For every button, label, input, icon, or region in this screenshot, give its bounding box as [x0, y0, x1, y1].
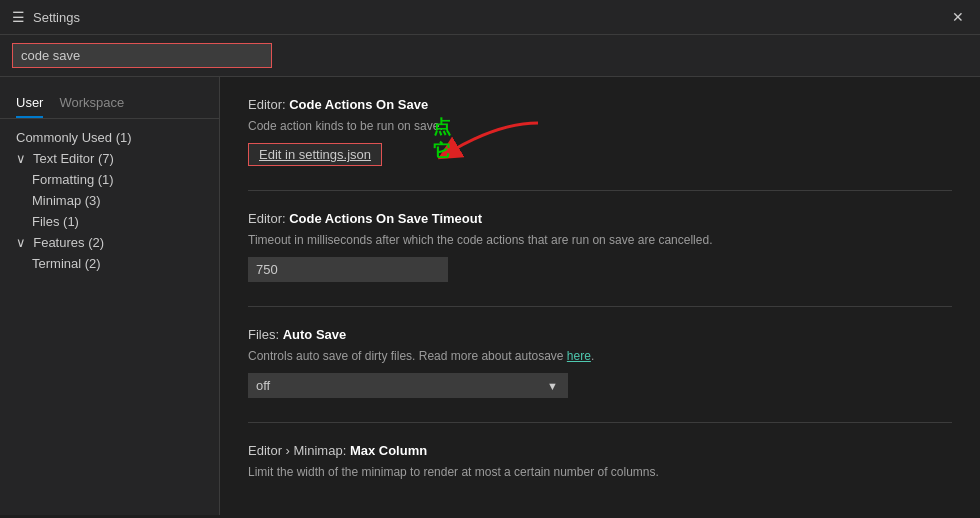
- setting-minimap-max-column: Editor › Minimap: Max Column Limit the w…: [248, 443, 952, 481]
- setting-label-prefix-2: Editor:: [248, 211, 289, 226]
- divider-1: [248, 190, 952, 191]
- setting-desc-minimap: Limit the width of the minimap to render…: [248, 463, 952, 481]
- tab-user[interactable]: User: [16, 91, 43, 118]
- sidebar-item-features[interactable]: ∨ Features (2): [0, 232, 219, 253]
- main-layout: User Workspace Commonly Used (1) ∨ Text …: [0, 77, 980, 515]
- sidebar-item-formatting[interactable]: Formatting (1): [0, 169, 219, 190]
- edit-in-settings-json-link[interactable]: Edit in settings.json: [248, 143, 382, 166]
- window-title: Settings: [33, 10, 948, 25]
- setting-code-actions-timeout: Editor: Code Actions On Save Timeout Tim…: [248, 211, 952, 282]
- setting-title-code-actions: Editor: Code Actions On Save: [248, 97, 952, 112]
- setting-label-prefix-4: Editor › Minimap:: [248, 443, 350, 458]
- close-button[interactable]: ✕: [948, 9, 968, 25]
- setting-label-bold: Code Actions On Save: [289, 97, 428, 112]
- setting-desc-code-actions: Code action kinds to be run on save.: [248, 117, 952, 135]
- auto-save-select[interactable]: off afterDelay onFocusChange onWindowCha…: [248, 373, 568, 398]
- setting-desc-autosave: Controls auto save of dirty files. Read …: [248, 347, 952, 365]
- search-bar: [0, 35, 980, 77]
- tab-workspace[interactable]: Workspace: [59, 91, 124, 118]
- setting-title-timeout: Editor: Code Actions On Save Timeout: [248, 211, 952, 226]
- title-bar: ☰ Settings ✕: [0, 0, 980, 35]
- timeout-input[interactable]: [248, 257, 448, 282]
- divider-2: [248, 306, 952, 307]
- setting-title-minimap: Editor › Minimap: Max Column: [248, 443, 952, 458]
- search-input-wrapper: [12, 43, 272, 68]
- setting-label-prefix: Editor:: [248, 97, 289, 112]
- sidebar-item-commonly-used[interactable]: Commonly Used (1): [0, 127, 219, 148]
- sidebar-item-terminal[interactable]: Terminal (2): [0, 253, 219, 274]
- content-area: Editor: Code Actions On Save Code action…: [220, 77, 980, 515]
- search-input[interactable]: [21, 48, 263, 63]
- auto-save-select-wrapper: off afterDelay onFocusChange onWindowCha…: [248, 373, 568, 398]
- edit-link-wrapper: Edit in settings.json 点它: [248, 143, 382, 166]
- setting-code-actions-on-save: Editor: Code Actions On Save Code action…: [248, 97, 952, 166]
- setting-label-prefix-3: Files:: [248, 327, 283, 342]
- divider-3: [248, 422, 952, 423]
- menu-icon: ☰: [12, 9, 25, 25]
- sidebar-item-files[interactable]: Files (1): [0, 211, 219, 232]
- sidebar-content: Commonly Used (1) ∨ Text Editor (7) Form…: [0, 119, 219, 282]
- here-link[interactable]: here: [567, 349, 591, 363]
- sidebar-item-minimap[interactable]: Minimap (3): [0, 190, 219, 211]
- setting-label-bold-3: Auto Save: [283, 327, 347, 342]
- setting-label-bold-4: Max Column: [350, 443, 427, 458]
- setting-desc-timeout: Timeout in milliseconds after which the …: [248, 231, 952, 249]
- sidebar-item-text-editor[interactable]: ∨ Text Editor (7): [0, 148, 219, 169]
- tabs-row: User Workspace: [0, 85, 219, 119]
- setting-title-autosave: Files: Auto Save: [248, 327, 952, 342]
- setting-auto-save: Files: Auto Save Controls auto save of d…: [248, 327, 952, 398]
- sidebar: User Workspace Commonly Used (1) ∨ Text …: [0, 77, 220, 515]
- setting-label-bold-2: Code Actions On Save Timeout: [289, 211, 482, 226]
